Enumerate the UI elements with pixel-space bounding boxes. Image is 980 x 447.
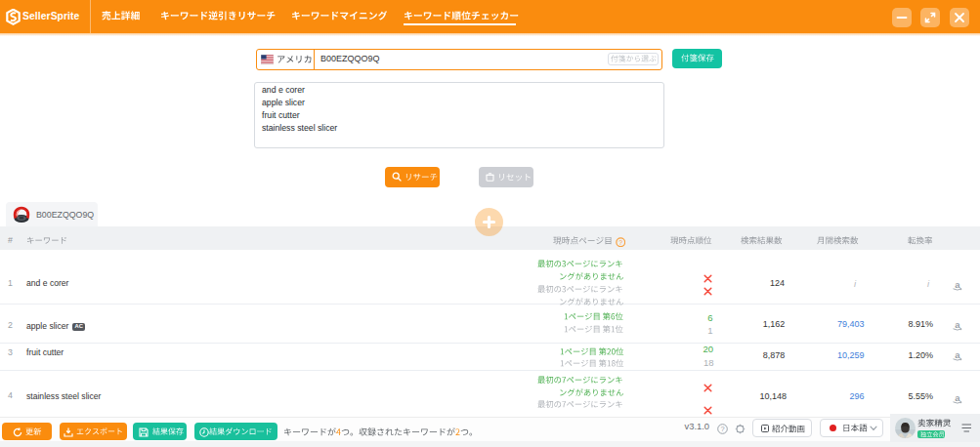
svg-text:a: a	[955, 319, 960, 330]
svg-text:a: a	[955, 279, 960, 290]
svg-text:a: a	[955, 349, 960, 360]
svg-text:?: ?	[618, 238, 622, 245]
svg-text:?: ?	[720, 425, 724, 433]
svg-text:a: a	[955, 392, 960, 403]
